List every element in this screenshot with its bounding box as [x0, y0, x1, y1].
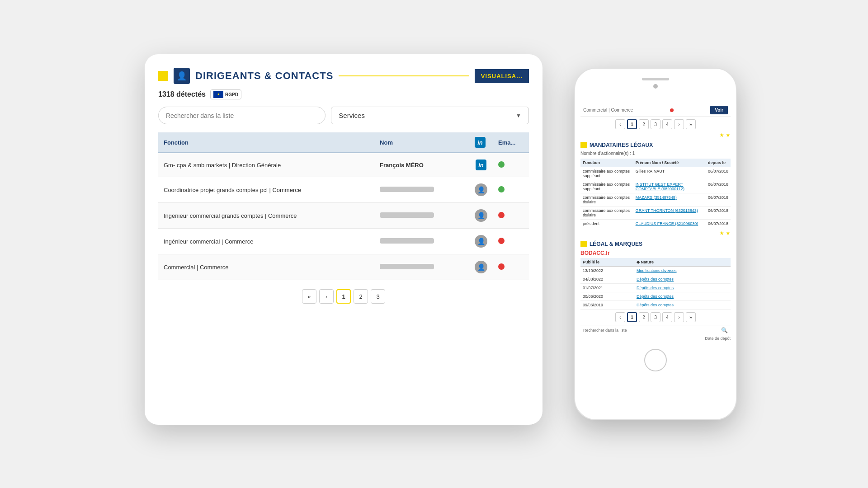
phone-link-legal[interactable]: Dépôts des comptes — [637, 294, 674, 299]
cell-fonction: Commercial | Commerce — [158, 254, 374, 280]
phone-last-button[interactable]: » — [686, 119, 696, 129]
phone-pagination-top: ‹ 1 2 3 4 › » — [580, 119, 731, 129]
cell-nom: François MÉRO — [374, 153, 469, 177]
services-dropdown[interactable]: Services ▼ — [331, 107, 529, 124]
cell-fonction: Ingenieur commercial grands comptes | Co… — [158, 203, 374, 229]
cell-status — [493, 203, 529, 229]
yellow-dot-icon-2 — [580, 241, 587, 247]
cell-phone-date: 06/07/2018 — [706, 206, 731, 220]
cell-phone-date: 06/07/2018 — [706, 180, 731, 193]
star-icon-2: ★ — [726, 132, 731, 138]
page-first-button[interactable]: « — [302, 289, 316, 304]
phone-home-button[interactable] — [644, 349, 667, 371]
detected-row: 1318 détectés ★ RGPD — [158, 89, 529, 99]
phone-page-3[interactable]: 3 — [651, 119, 660, 129]
page-2-button[interactable]: 2 — [354, 289, 368, 304]
phone-legal-page-2[interactable]: 2 — [639, 312, 649, 322]
cell-fonction: Coordinatrice projet grands comptes pcl … — [158, 177, 374, 203]
table-row: Ingénieur commercial | Commerce 👤 — [158, 229, 529, 254]
blurred-name — [380, 264, 434, 269]
phone-link[interactable]: CLAUDIUS FRANCE (821096030) — [636, 221, 698, 226]
rgpd-badge: ★ RGPD — [210, 89, 241, 99]
star-icon-3: ★ — [719, 230, 724, 236]
person-icon: 👤 — [174, 68, 190, 84]
bodacc-title: BODACC.fr — [580, 250, 731, 256]
page-3-button[interactable]: 3 — [371, 289, 385, 304]
date-depot-label: Date de dépôt — [580, 336, 731, 341]
col-published: Publié le — [580, 258, 634, 267]
person-avatar-icon: 👤 — [475, 209, 487, 222]
detected-count: 1318 détectés — [158, 90, 206, 99]
phone-next-button[interactable]: › — [674, 119, 684, 129]
tablet-header: 👤 DIRIGEANTS & CONTACTS VISUALISA... — [158, 68, 529, 84]
phone-page-1[interactable]: 1 — [627, 119, 637, 129]
cell-linkedin: 👤 — [469, 177, 493, 203]
col-phone-date: depuis le — [706, 159, 731, 167]
cell-phone-fonction: commissaire aux comptes suppléant — [580, 167, 633, 180]
page-title: DIRIGEANTS & CONTACTS — [195, 70, 333, 82]
cell-fonction: Ingénieur commercial | Commerce — [158, 229, 374, 254]
phone-link[interactable]: INSTITUT GEST EXPERT COMPTABLE (68200011… — [636, 182, 684, 191]
phone-prev-button[interactable]: ‹ — [615, 119, 625, 129]
cell-date: 04/08/2022 — [580, 275, 634, 284]
cell-linkedin: 👤 — [469, 203, 493, 229]
cell-phone-date: 06/07/2018 — [706, 193, 731, 206]
phone-legal-page-1[interactable]: 1 — [627, 312, 637, 322]
phone-link-legal[interactable]: Dépôts des comptes — [637, 303, 674, 307]
cell-date: 30/06/2020 — [580, 292, 634, 301]
phone-page-4[interactable]: 4 — [662, 119, 672, 129]
phone-camera — [653, 84, 658, 89]
cell-nature: Dépôts des comptes — [634, 275, 731, 284]
cell-phone-nom: MAZARS (351497649) — [633, 193, 706, 206]
col-phone-nom: Prénom Nom / Société — [633, 159, 706, 167]
page-prev-button[interactable]: ‹ — [319, 289, 334, 304]
cell-phone-fonction: commissaire aux comptes titulaire — [580, 193, 633, 206]
linkedin-icon[interactable]: in — [476, 160, 486, 170]
cell-nom — [374, 177, 469, 203]
cell-phone-nom: GRANT THORNTON (632013843) — [633, 206, 706, 220]
phone-link[interactable]: MAZARS (351497649) — [636, 195, 677, 200]
cell-status — [493, 153, 529, 177]
mandataires-table: Fonction Prénom Nom / Société depuis le … — [580, 159, 731, 228]
cell-linkedin: in — [469, 153, 493, 177]
phone-link-legal[interactable]: Dépôts des comptes — [637, 286, 674, 290]
chevron-down-icon: ▼ — [516, 113, 521, 119]
phone-legal-page-4[interactable]: 4 — [662, 312, 672, 322]
cell-fonction: Gm- cpa & smb markets | Direction Généra… — [158, 153, 374, 177]
phone-page-2[interactable]: 2 — [639, 119, 649, 129]
person-avatar-icon: 👤 — [475, 183, 487, 196]
phone-pagination-legal: ‹ 1 2 3 4 › » — [580, 312, 731, 322]
cell-phone-nom: Gilles RAINAUT — [633, 167, 706, 180]
yellow-dot-icon — [580, 142, 587, 148]
mandataire-row: président CLAUDIUS FRANCE (821096030) 06… — [580, 220, 731, 228]
table-row: Ingenieur commercial grands comptes | Co… — [158, 203, 529, 229]
phone-legal-page-3[interactable]: 3 — [651, 312, 660, 322]
status-dot-green — [498, 186, 505, 192]
status-dot-red — [498, 238, 505, 244]
search-icon[interactable]: 🔍 — [721, 327, 728, 333]
linkedin-header-icon: in — [475, 137, 486, 148]
person-avatar-icon: 👤 — [475, 235, 487, 248]
status-dot-red — [498, 212, 505, 218]
legal-section: LÉGAL & MARQUES BODACC.fr Publié le ◆ Na… — [580, 241, 731, 310]
search-input[interactable] — [158, 107, 326, 124]
phone-red-dot — [670, 108, 674, 112]
mandataire-row: commissaire aux comptes titulaire GRANT … — [580, 206, 731, 220]
phone-voir-button[interactable]: Voir — [710, 106, 728, 114]
phone-speaker — [642, 78, 669, 80]
phone-legal-prev-btn[interactable]: ‹ — [615, 312, 625, 322]
col-email: Ema... — [493, 132, 529, 153]
phone-legal-next-btn[interactable]: › — [674, 312, 684, 322]
cell-nom — [374, 229, 469, 254]
phone-device: Commercial | Commerce Voir ‹ 1 2 3 4 › »… — [574, 68, 737, 420]
phone-link-legal[interactable]: Dépôts des comptes — [637, 277, 674, 282]
legal-row: 04/08/2022 Dépôts des comptes — [580, 275, 731, 284]
col-nature: ◆ Nature — [634, 258, 731, 267]
phone-link-legal[interactable]: Modifications diverses — [637, 268, 677, 273]
phone-legal-last-btn[interactable]: » — [686, 312, 696, 322]
cell-nature: Dépôts des comptes — [634, 301, 731, 310]
visualisa-button[interactable]: VISUALISA... — [475, 69, 529, 83]
page-1-button[interactable]: 1 — [336, 289, 351, 304]
table-row: Gm- cpa & smb markets | Direction Généra… — [158, 153, 529, 177]
phone-link[interactable]: GRANT THORNTON (632013843) — [636, 208, 698, 213]
